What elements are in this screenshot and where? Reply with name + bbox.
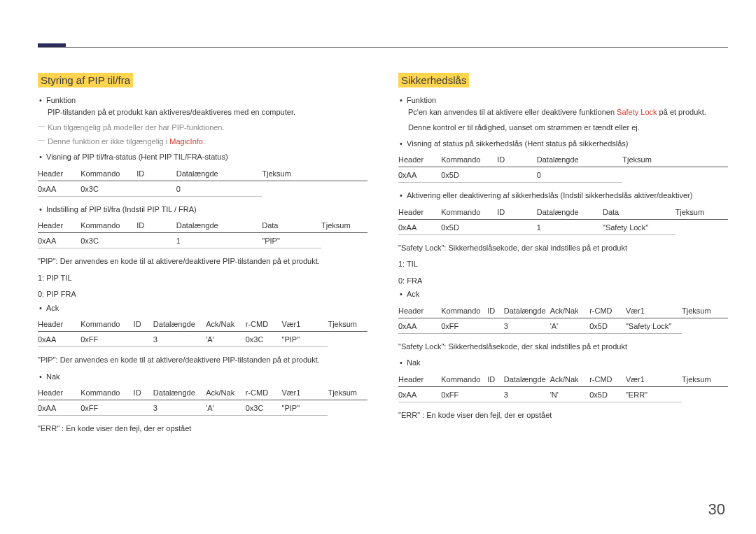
table-set-safety: Header Kommando ID Datalængde Data Tjeks… bbox=[398, 204, 728, 235]
th: Header bbox=[38, 316, 80, 332]
th: Header bbox=[38, 385, 80, 400]
bullet-ack: Ack bbox=[407, 288, 728, 300]
th: Kommando bbox=[441, 152, 497, 167]
bullet-list: Nak bbox=[38, 371, 368, 383]
pip-fra: 0: PIP FRA bbox=[38, 288, 368, 301]
bullet-nak: Nak bbox=[46, 371, 368, 383]
funktion-desc-2: Denne kontrol er til rådighed, uanset om… bbox=[407, 122, 728, 134]
th: Kommando bbox=[441, 204, 497, 220]
td bbox=[487, 318, 504, 333]
td bbox=[487, 386, 504, 402]
section-heading-safety: Sikkerhedslås bbox=[398, 73, 469, 87]
td: 3 bbox=[153, 400, 206, 416]
th: ID bbox=[136, 166, 176, 181]
td bbox=[328, 400, 368, 416]
th: Header bbox=[398, 303, 441, 318]
th: Datalængde bbox=[153, 316, 206, 332]
td: 0xFF bbox=[441, 318, 487, 333]
td: "ERR" bbox=[626, 386, 682, 402]
td: 'A' bbox=[550, 318, 590, 333]
td bbox=[321, 233, 368, 248]
th: Tjeksum bbox=[321, 218, 368, 233]
th: Datalængde bbox=[537, 204, 603, 220]
th: Datalængde bbox=[537, 152, 622, 167]
pip-code-desc-2: "PIP": Der anvendes en kode til at aktiv… bbox=[38, 354, 368, 367]
bullet-nak: Nak bbox=[407, 357, 728, 369]
th: Kommando bbox=[80, 385, 133, 400]
td bbox=[682, 386, 728, 402]
th: Tjeksum bbox=[682, 372, 728, 387]
err-desc: "ERR" : En kode viser den fejl, der er o… bbox=[38, 423, 368, 435]
table-view-status: Header Kommando ID Datalængde Tjeksum 0x… bbox=[38, 166, 368, 197]
funktion-desc-pre: Pc'en kan anvendes til at aktivere eller… bbox=[408, 108, 617, 116]
th: Header bbox=[398, 204, 441, 220]
left-column: Styring af PIP til/fra Funktion PIP-tils… bbox=[38, 73, 368, 440]
th: Kommando bbox=[80, 218, 136, 233]
td: 3 bbox=[504, 386, 550, 402]
safety-til: 1: TIL bbox=[398, 258, 728, 271]
td: "PIP" bbox=[262, 233, 321, 248]
td: 0 bbox=[176, 181, 262, 196]
td: 0xFF bbox=[80, 400, 133, 416]
th: ID bbox=[136, 218, 176, 233]
th: ID bbox=[487, 303, 504, 318]
td: 0xAA bbox=[38, 332, 80, 347]
td bbox=[682, 318, 728, 333]
th: Datalængde bbox=[504, 303, 550, 318]
bullet-funktion: Funktion PIP-tilstanden på et produkt ka… bbox=[46, 94, 368, 118]
th: Datalængde bbox=[153, 385, 206, 400]
table-view-status: Header Kommando ID Datalængde Tjeksum 0x… bbox=[398, 152, 728, 183]
err-desc: "ERR" : En kode viser den fejl, der er o… bbox=[398, 409, 728, 422]
bullet-view-status: Visning af PIP til/fra-status (Hent PIP … bbox=[46, 151, 368, 163]
td: 0xAA bbox=[38, 400, 80, 416]
td: 1 bbox=[176, 233, 262, 248]
th: Header bbox=[38, 218, 80, 233]
bullet-list: Ack bbox=[38, 302, 368, 314]
bullet-list: Nak bbox=[398, 357, 728, 369]
funktion-label: Funktion bbox=[46, 96, 76, 104]
content-columns: Styring af PIP til/fra Funktion PIP-tils… bbox=[38, 73, 728, 440]
th: Ack/Nak bbox=[550, 303, 590, 318]
bullet-set-safety: Aktivering eller deaktivering af sikkerh… bbox=[407, 190, 728, 202]
td bbox=[134, 400, 153, 416]
td: 0xAA bbox=[398, 318, 441, 333]
td: 0x5D bbox=[589, 318, 626, 333]
bullet-list: Funktion Pc'en kan anvendes til at aktiv… bbox=[398, 94, 728, 149]
td bbox=[136, 233, 176, 248]
th: r-CMD bbox=[246, 385, 282, 400]
td bbox=[497, 167, 537, 183]
th: Vær1 bbox=[282, 385, 328, 400]
th: Header bbox=[398, 152, 441, 167]
td bbox=[134, 332, 153, 347]
th: Vær1 bbox=[282, 316, 328, 332]
td: 3 bbox=[153, 332, 206, 347]
bullet-funktion: Funktion Pc'en kan anvendes til at aktiv… bbox=[407, 94, 728, 134]
th: Ack/Nak bbox=[550, 372, 590, 387]
th: Tjeksum bbox=[262, 166, 368, 181]
note-magicinfo-pre: Denne funktion er ikke tilgængelig i bbox=[48, 137, 169, 146]
th: ID bbox=[134, 316, 153, 332]
bullet-set-pip: Indstilling af PIP til/fra (Indstil PIP … bbox=[46, 204, 368, 216]
th: Kommando bbox=[80, 316, 133, 332]
th: Tjeksum bbox=[328, 385, 368, 400]
th: ID bbox=[497, 204, 537, 220]
note-pip-models: Kun tilgængelig på modeller der har PIP-… bbox=[39, 122, 368, 134]
th: r-CMD bbox=[589, 303, 626, 318]
pip-code-desc: "PIP": Der anvendes en kode til at aktiv… bbox=[38, 255, 368, 268]
td: "Safety Lock" bbox=[626, 318, 682, 333]
page-number: 30 bbox=[708, 500, 725, 519]
note-magicinfo-red: MagicInfo bbox=[169, 137, 203, 146]
safety-desc-2: "Safety Lock": Sikkerhedslåsekode, der s… bbox=[398, 341, 728, 353]
th: ID bbox=[487, 372, 504, 387]
th: Data bbox=[603, 204, 676, 220]
th: Datalængde bbox=[176, 166, 262, 181]
td bbox=[328, 332, 368, 347]
th: r-CMD bbox=[246, 316, 282, 332]
funktion-desc: Pc'en kan anvendes til at aktivere eller… bbox=[407, 106, 728, 118]
bullet-list: Aktivering eller deaktivering af sikkerh… bbox=[398, 190, 728, 202]
td: 0xFF bbox=[441, 386, 487, 402]
td: 0xFF bbox=[80, 332, 133, 347]
safety-fra: 0: FRA bbox=[398, 275, 728, 288]
td bbox=[262, 181, 368, 196]
table-ack: Header Kommando ID Datalængde Ack/Nak r-… bbox=[398, 303, 728, 334]
